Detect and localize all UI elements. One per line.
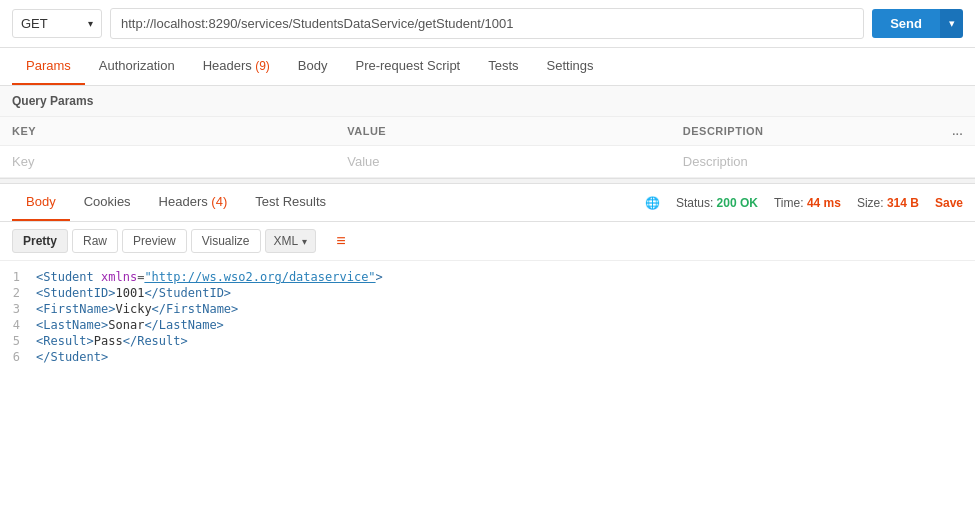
line-number: 4 bbox=[0, 318, 36, 332]
request-tabs: ParamsAuthorizationHeaders (9)BodyPre-re… bbox=[0, 48, 975, 86]
code-line: 6</Student> bbox=[0, 349, 975, 365]
tab-body[interactable]: Body bbox=[284, 48, 342, 85]
resp-tab-cookies[interactable]: Cookies bbox=[70, 184, 145, 221]
method-chevron-icon: ▾ bbox=[88, 18, 93, 29]
preview-button[interactable]: Preview bbox=[122, 229, 187, 253]
desc-cell: Description bbox=[671, 146, 941, 178]
col-header-actions: ... bbox=[940, 117, 975, 146]
method-label: GET bbox=[21, 16, 48, 31]
col-header-key: KEY bbox=[0, 117, 335, 146]
time-section: Time: 44 ms bbox=[774, 196, 841, 210]
table-row: Key Value Description bbox=[0, 146, 975, 178]
line-content: <Result>Pass</Result> bbox=[36, 334, 188, 348]
send-button-group: Send ▾ bbox=[872, 9, 963, 38]
line-number: 2 bbox=[0, 286, 36, 300]
params-table: KEY VALUE DESCRIPTION ... Key Value Desc… bbox=[0, 117, 975, 178]
query-params-label: Query Params bbox=[0, 86, 975, 117]
resp-tab-body[interactable]: Body bbox=[12, 184, 70, 221]
actions-cell bbox=[940, 146, 975, 178]
response-meta: 🌐 Status: 200 OK Time: 44 ms Size: 314 B… bbox=[645, 196, 963, 210]
url-input[interactable] bbox=[110, 8, 864, 39]
send-arrow-button[interactable]: ▾ bbox=[940, 9, 963, 38]
raw-button[interactable]: Raw bbox=[72, 229, 118, 253]
send-button[interactable]: Send bbox=[872, 9, 940, 38]
code-line: 3 <FirstName>Vicky</FirstName> bbox=[0, 301, 975, 317]
code-line: 1<Student xmlns="http://ws.wso2.org/data… bbox=[0, 269, 975, 285]
top-bar: GET ▾ Send ▾ bbox=[0, 0, 975, 48]
time-label: Time: bbox=[774, 196, 804, 210]
code-area: 1<Student xmlns="http://ws.wso2.org/data… bbox=[0, 261, 975, 373]
line-number: 6 bbox=[0, 350, 36, 364]
line-number: 5 bbox=[0, 334, 36, 348]
line-number: 1 bbox=[0, 270, 36, 284]
col-header-value: VALUE bbox=[335, 117, 671, 146]
time-value: 44 ms bbox=[807, 196, 841, 210]
tab-prerequest[interactable]: Pre-request Script bbox=[341, 48, 474, 85]
tab-settings[interactable]: Settings bbox=[533, 48, 608, 85]
status-section: Status: 200 OK bbox=[676, 196, 758, 210]
status-value: 200 OK bbox=[717, 196, 758, 210]
save-link[interactable]: Save bbox=[935, 196, 963, 210]
line-number: 3 bbox=[0, 302, 36, 316]
code-line: 2 <StudentID>1001</StudentID> bbox=[0, 285, 975, 301]
col-header-desc: DESCRIPTION bbox=[671, 117, 941, 146]
response-tabs-row: BodyCookiesHeaders (4)Test Results 🌐 Sta… bbox=[0, 184, 975, 222]
format-label: XML bbox=[274, 234, 299, 248]
format-bar: Pretty Raw Preview Visualize XML ▾ ≡ bbox=[0, 222, 975, 261]
response-tabs: BodyCookiesHeaders (4)Test Results bbox=[12, 184, 340, 221]
format-dropdown[interactable]: XML ▾ bbox=[265, 229, 317, 253]
tab-headers[interactable]: Headers (9) bbox=[189, 48, 284, 85]
value-cell: Value bbox=[335, 146, 671, 178]
visualize-button[interactable]: Visualize bbox=[191, 229, 261, 253]
line-content: </Student> bbox=[36, 350, 108, 364]
line-content: <StudentID>1001</StudentID> bbox=[36, 286, 231, 300]
pretty-button[interactable]: Pretty bbox=[12, 229, 68, 253]
resp-tab-test_results[interactable]: Test Results bbox=[241, 184, 340, 221]
tab-params[interactable]: Params bbox=[12, 48, 85, 85]
status-label: Status: bbox=[676, 196, 713, 210]
size-label: Size: bbox=[857, 196, 884, 210]
size-value: 314 B bbox=[887, 196, 919, 210]
wrap-button[interactable]: ≡ bbox=[328, 228, 353, 254]
key-cell: Key bbox=[0, 146, 335, 178]
format-chevron-icon: ▾ bbox=[302, 236, 307, 247]
line-content: <LastName>Sonar</LastName> bbox=[36, 318, 224, 332]
resp-tab-headers[interactable]: Headers (4) bbox=[145, 184, 242, 221]
code-line: 4 <LastName>Sonar</LastName> bbox=[0, 317, 975, 333]
method-dropdown[interactable]: GET ▾ bbox=[12, 9, 102, 38]
code-line: 5 <Result>Pass</Result> bbox=[0, 333, 975, 349]
globe-icon: 🌐 bbox=[645, 196, 660, 210]
line-content: <FirstName>Vicky</FirstName> bbox=[36, 302, 238, 316]
size-section: Size: 314 B bbox=[857, 196, 919, 210]
line-content: <Student xmlns="http://ws.wso2.org/datas… bbox=[36, 270, 383, 284]
tab-authorization[interactable]: Authorization bbox=[85, 48, 189, 85]
tab-tests[interactable]: Tests bbox=[474, 48, 532, 85]
